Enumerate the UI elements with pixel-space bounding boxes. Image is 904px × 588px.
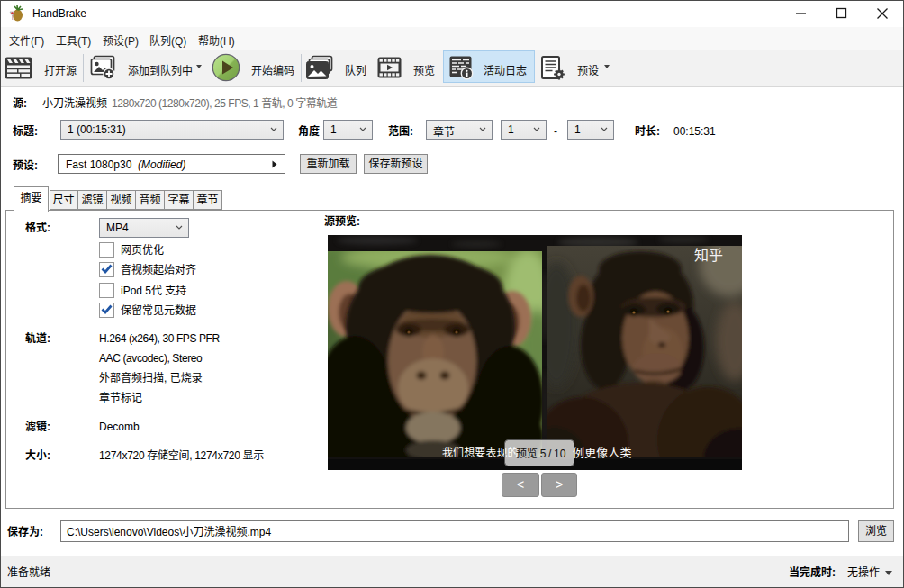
svg-text:例更像人类: 例更像人类 xyxy=(573,443,632,460)
svg-text:预览 5 / 10: 预览 5 / 10 xyxy=(516,445,566,460)
svg-text:知乎: 知乎 xyxy=(694,243,723,265)
